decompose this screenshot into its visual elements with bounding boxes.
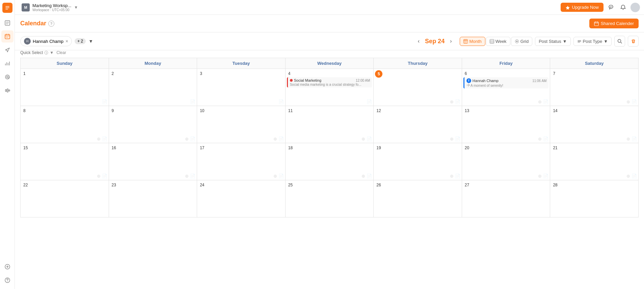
- topbar: M Marketing Worksp... Workspace · UTC+05…: [15, 0, 644, 15]
- sidebar-item-analytics[interactable]: [1, 57, 14, 70]
- add-icon-8[interactable]: ⊕: [97, 136, 101, 141]
- add-icon-9[interactable]: ⊕: [185, 136, 189, 141]
- add-post-icon-18[interactable]: 📄: [367, 174, 372, 179]
- day-number-18: 18: [287, 145, 294, 151]
- day-cell-17: 17 ⊕ 📄: [197, 143, 286, 180]
- add-icon-18[interactable]: ⊕: [361, 174, 365, 179]
- add-post-icon-20[interactable]: 📄: [543, 174, 548, 179]
- add-post-icon-11[interactable]: 📄: [367, 136, 372, 141]
- page-title: Calendar ?: [20, 20, 54, 27]
- add-icon-7[interactable]: ⊕: [626, 99, 630, 104]
- day-number-25: 25: [287, 182, 294, 188]
- add-icon-20[interactable]: ⊕: [538, 174, 542, 179]
- upgrade-button[interactable]: Upgrade Now: [561, 3, 604, 12]
- add-post-icon-12[interactable]: 📄: [455, 136, 460, 141]
- add-post-icon-3[interactable]: 📄: [278, 99, 284, 104]
- day-number-17: 17: [198, 145, 206, 151]
- sidebar-item-add[interactable]: [1, 261, 14, 273]
- notification-icon[interactable]: [618, 3, 628, 12]
- post-status-filter[interactable]: Post Status ▼: [535, 37, 570, 46]
- workspace-selector[interactable]: M Marketing Worksp... Workspace · UTC+05…: [19, 2, 81, 13]
- add-post-icon-8[interactable]: 📄: [102, 136, 107, 141]
- help-icon[interactable]: ?: [48, 21, 54, 27]
- cell-actions-7: ⊕ 📄: [626, 99, 637, 104]
- day-cell-21: 21 ⊕ 📄: [550, 143, 639, 180]
- post-type-filter[interactable]: Post Type ▼: [573, 37, 612, 46]
- add-post-icon-5[interactable]: 📄: [455, 99, 460, 104]
- event-social-marketing[interactable]: Social Marketing 12:00 AM Social media m…: [287, 77, 372, 87]
- add-icon-13[interactable]: ⊕: [538, 136, 542, 141]
- user-avatar[interactable]: [630, 3, 640, 12]
- prev-month-button[interactable]: ‹: [417, 37, 421, 46]
- add-post-icon-10[interactable]: 📄: [278, 136, 284, 141]
- feedback-icon[interactable]: [606, 3, 616, 12]
- workspace-avatar: M: [22, 3, 30, 11]
- add-post-icon-21[interactable]: 📄: [632, 174, 637, 179]
- filter-plus-badge[interactable]: + 2: [75, 38, 86, 44]
- cell-actions-4: 📄: [367, 99, 372, 104]
- quick-select-text: Quick Select: [20, 50, 43, 55]
- sidebar-item-mentions[interactable]: [1, 71, 14, 83]
- add-post-icon-6[interactable]: 📄: [543, 99, 548, 104]
- post-type-dropdown-icon: ▼: [603, 39, 608, 44]
- add-icon-19[interactable]: ⊕: [450, 174, 454, 179]
- add-icon-16[interactable]: ⊕: [185, 174, 189, 179]
- add-icon-10[interactable]: ⊕: [273, 136, 277, 141]
- search-button[interactable]: [614, 36, 625, 47]
- next-month-button[interactable]: ›: [449, 37, 453, 46]
- add-post-icon-9[interactable]: 📄: [190, 136, 195, 141]
- shared-calendar-button[interactable]: Shared Calender: [589, 19, 639, 28]
- add-post-icon-19[interactable]: 📄: [455, 174, 460, 179]
- cell-actions-13: ⊕ 📄: [538, 136, 548, 141]
- sidebar-item-audio[interactable]: [1, 84, 14, 97]
- filter-dropdown-icon[interactable]: ▼: [88, 38, 93, 44]
- sidebar-item-send[interactable]: [1, 44, 14, 56]
- filter-chip-close-icon[interactable]: ×: [65, 38, 68, 44]
- add-icon-15[interactable]: ⊕: [97, 174, 101, 179]
- cell-actions-3: 📄: [278, 99, 284, 104]
- sidebar-logo[interactable]: [2, 3, 12, 13]
- add-post-icon-1[interactable]: 📄: [102, 99, 107, 104]
- add-icon-21[interactable]: ⊕: [626, 174, 630, 179]
- grid-view-button[interactable]: Grid: [511, 37, 533, 46]
- add-post-icon-7[interactable]: 📄: [632, 99, 637, 104]
- add-icon-17[interactable]: ⊕: [273, 174, 277, 179]
- cell-actions-17: ⊕ 📄: [273, 174, 284, 179]
- add-post-icon-14[interactable]: 📄: [632, 136, 637, 141]
- post-status-dropdown-icon: ▼: [563, 39, 567, 44]
- main-content: M Marketing Worksp... Workspace · UTC+05…: [15, 0, 644, 289]
- day-cell-27: 27: [462, 180, 551, 217]
- cell-actions-16: ⊕ 📄: [185, 174, 195, 179]
- add-icon-14[interactable]: ⊕: [626, 136, 630, 141]
- svg-rect-9: [9, 90, 10, 91]
- day-number-23: 23: [110, 182, 117, 188]
- clear-button[interactable]: Clear: [56, 50, 66, 55]
- month-view-button[interactable]: Month: [460, 37, 485, 46]
- svg-point-18: [618, 39, 621, 42]
- add-icon-12[interactable]: ⊕: [450, 136, 454, 141]
- sidebar-item-calendar[interactable]: [1, 30, 14, 43]
- add-icon-5[interactable]: ⊕: [450, 99, 454, 104]
- quick-select-label[interactable]: Quick Select ▼: [20, 50, 54, 55]
- event-desc-social: Social media marketing is a crucial stra…: [290, 83, 370, 86]
- svg-rect-8: [7, 89, 8, 92]
- sidebar-item-posts[interactable]: [1, 17, 14, 29]
- add-icon-11[interactable]: ⊕: [361, 136, 365, 141]
- add-post-icon-2[interactable]: 📄: [190, 99, 195, 104]
- day-number-10: 10: [198, 108, 206, 114]
- quick-select-dropdown-icon[interactable]: ▼: [50, 50, 54, 55]
- day-cell-10: 10 ⊕ 📄: [197, 106, 286, 143]
- add-post-icon-15[interactable]: 📄: [102, 174, 107, 179]
- shared-calendar-label: Shared Calender: [601, 21, 634, 26]
- add-post-icon-4[interactable]: 📄: [367, 99, 372, 104]
- user-filter-chip[interactable]: H Hannah Champ ×: [20, 36, 72, 46]
- event-hannah-champ[interactable]: f Hannah Champ 11:06 AM A moment of sere…: [463, 77, 549, 88]
- day-number-24: 24: [198, 182, 206, 188]
- add-icon-6[interactable]: ⊕: [538, 99, 542, 104]
- add-post-icon-17[interactable]: 📄: [278, 174, 284, 179]
- add-post-icon-13[interactable]: 📄: [543, 136, 548, 141]
- sidebar-item-help[interactable]: [1, 274, 14, 286]
- week-view-button[interactable]: Week: [486, 37, 510, 46]
- add-post-icon-16[interactable]: 📄: [190, 174, 195, 179]
- delete-button[interactable]: [628, 36, 639, 47]
